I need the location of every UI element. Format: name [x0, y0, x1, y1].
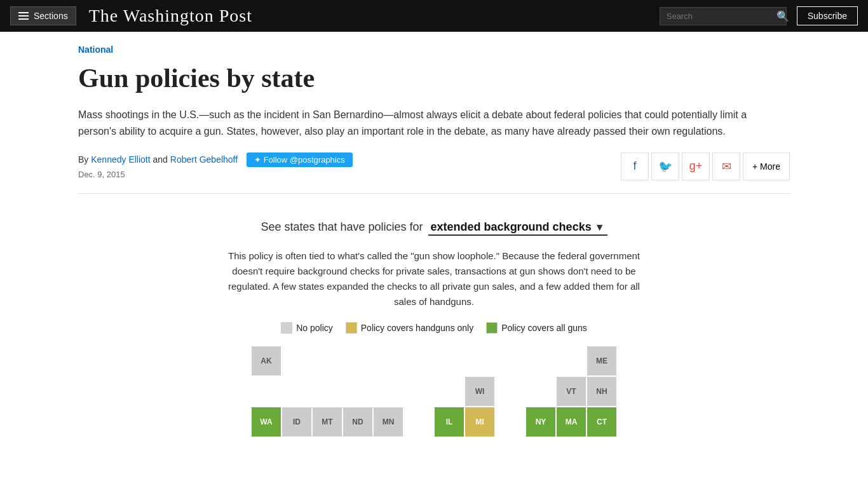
state-cell-empty	[313, 468, 342, 488]
legend-all-guns-label: Policy covers all guns	[501, 323, 587, 333]
facebook-share-button[interactable]: f	[621, 152, 649, 180]
author1-link[interactable]: Kennedy Elliott	[91, 154, 150, 165]
state-cell-empty	[343, 346, 372, 376]
sections-label: Sections	[34, 11, 68, 21]
main-content: National Gun policies by state Mass shoo…	[27, 32, 841, 488]
legend-all-guns: Policy covers all guns	[486, 322, 587, 334]
state-cell-empty	[252, 438, 281, 467]
policy-section: See states that have policies for extend…	[78, 207, 790, 488]
search-input[interactable]	[660, 7, 787, 25]
byline-prefix: By	[78, 154, 88, 165]
state-cell-empty	[465, 438, 494, 467]
legend-handgun-box	[346, 322, 357, 334]
legend-no-policy-box	[281, 322, 292, 334]
state-cell-empty	[526, 377, 555, 406]
legend-handgun-label: Policy covers handguns only	[361, 323, 473, 333]
state-cell-empty	[526, 438, 555, 467]
divider	[78, 193, 790, 194]
state-cell-empty	[496, 346, 525, 376]
state-cell-empty	[374, 346, 403, 376]
state-cell-empty	[557, 468, 586, 488]
breadcrumb-national[interactable]: National	[78, 44, 790, 55]
state-cell-mn[interactable]: MN	[374, 407, 403, 437]
twitter-icon: 🐦	[658, 159, 672, 173]
state-map-container: AKMEWIVTNHWAIDMTNDMNILMINYMACT	[78, 346, 790, 488]
subscribe-button[interactable]: Subscribe	[797, 6, 858, 25]
follow-button[interactable]: ✦ Follow @postgraphics	[247, 152, 353, 167]
state-cell-empty	[313, 377, 342, 406]
state-cell-empty	[557, 346, 586, 376]
state-cell-empty	[404, 377, 433, 406]
policy-dropdown-wrapper: extended background checks universal bac…	[428, 219, 607, 236]
state-cell-wi[interactable]: WI	[465, 377, 494, 406]
and-text: and	[153, 154, 168, 165]
state-cell-empty	[435, 377, 464, 406]
state-cell-empty	[404, 468, 433, 488]
state-cell-empty	[282, 377, 311, 406]
state-cell-empty	[557, 438, 586, 467]
state-cell-empty	[404, 346, 433, 376]
state-cell-empty	[313, 346, 342, 376]
gplus-icon: g+	[689, 159, 703, 173]
state-cell-ma[interactable]: MA	[557, 407, 586, 437]
share-bar: f 🐦 g+ ✉ + More	[621, 152, 790, 180]
state-cell-empty	[496, 438, 525, 467]
state-cell-empty	[282, 468, 311, 488]
state-cell-empty	[526, 468, 555, 488]
state-cell-empty	[496, 407, 525, 437]
sections-button[interactable]: Sections	[10, 6, 76, 25]
state-cell-empty	[435, 468, 464, 488]
legend-no-policy-label: No policy	[296, 323, 333, 333]
state-cell-empty	[313, 438, 342, 467]
selector-prefix: See states that have policies for	[261, 220, 423, 234]
state-cell-mi[interactable]: MI	[465, 407, 494, 437]
header-right: 🔍 Subscribe	[660, 6, 858, 25]
more-share-button[interactable]: + More	[743, 152, 790, 180]
state-cell-empty	[252, 377, 281, 406]
byline-row: By Kennedy Elliott and Robert Gebelhoff …	[78, 152, 790, 180]
state-cell-empty	[343, 438, 372, 467]
search-icon[interactable]: 🔍	[776, 10, 789, 22]
facebook-icon: f	[634, 159, 637, 173]
state-cell-empty	[465, 468, 494, 488]
state-cell-empty	[435, 346, 464, 376]
state-cell-ak[interactable]: AK	[252, 346, 281, 376]
site-logo: The Washington Post	[89, 6, 252, 26]
twitter-share-button[interactable]: 🐦	[651, 152, 679, 180]
state-cell-vt[interactable]: VT	[557, 377, 586, 406]
byline: By Kennedy Elliott and Robert Gebelhoff …	[78, 152, 353, 167]
state-cell-id[interactable]: ID	[282, 407, 311, 437]
state-cell-me[interactable]: ME	[587, 346, 616, 376]
state-cell-empty	[404, 407, 433, 437]
state-cell-empty	[465, 346, 494, 376]
article-title: Gun policies by state	[78, 62, 790, 94]
state-cell-empty	[282, 346, 311, 376]
email-share-button[interactable]: ✉	[712, 152, 740, 180]
header-left: Sections The Washington Post	[10, 6, 252, 26]
state-cell-ny[interactable]: NY	[526, 407, 555, 437]
byline-section: By Kennedy Elliott and Robert Gebelhoff …	[78, 152, 353, 179]
state-cell-nd[interactable]: ND	[343, 407, 372, 437]
policy-dropdown[interactable]: extended background checks universal bac…	[428, 219, 607, 236]
state-cell-il[interactable]: IL	[435, 407, 464, 437]
state-cell-empty	[435, 438, 464, 467]
state-cell-wa[interactable]: WA	[252, 407, 281, 437]
state-cell-empty	[587, 438, 616, 467]
state-cell-mt[interactable]: MT	[313, 407, 342, 437]
article-description: Mass shootings in the U.S.—such as the i…	[78, 107, 777, 139]
state-cell-empty	[404, 438, 433, 467]
article-date: Dec. 9, 2015	[78, 170, 353, 179]
state-cell-empty	[374, 438, 403, 467]
state-cell-empty	[374, 377, 403, 406]
gplus-share-button[interactable]: g+	[682, 152, 710, 180]
policy-description: This policy is often tied to what's call…	[218, 248, 650, 309]
author2-link[interactable]: Robert Gebelhoff	[170, 154, 238, 165]
policy-selector-row: See states that have policies for extend…	[78, 219, 790, 236]
state-cell-empty	[496, 377, 525, 406]
state-cell-empty	[343, 377, 372, 406]
state-cell-ct[interactable]: CT	[587, 407, 616, 437]
state-cell-nh[interactable]: NH	[587, 377, 616, 406]
state-cell-empty	[374, 468, 403, 488]
state-cell-empty	[343, 468, 372, 488]
state-cell-empty	[252, 468, 281, 488]
